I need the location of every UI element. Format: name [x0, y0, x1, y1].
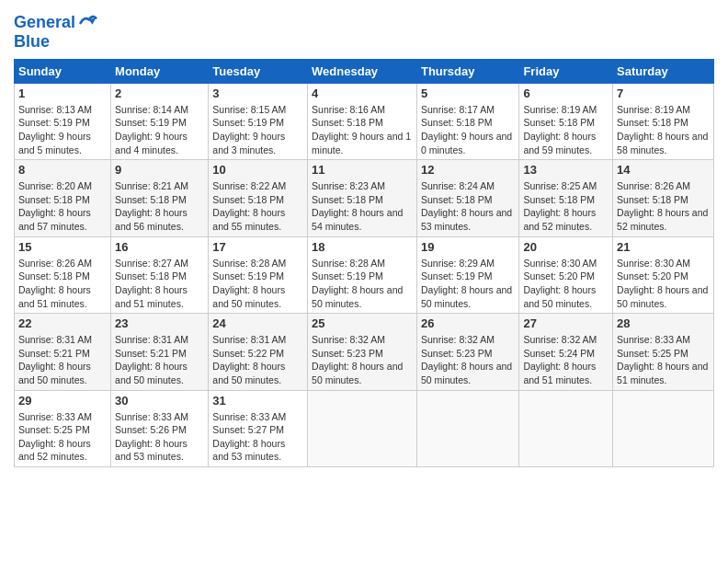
day-daylight: Daylight: 8 hours and 52 minutes.: [617, 207, 708, 232]
calendar-body: 1Sunrise: 8:13 AMSunset: 5:19 PMDaylight…: [15, 83, 714, 466]
day-sunset: Sunset: 5:19 PM: [421, 270, 493, 282]
calendar-cell: 3Sunrise: 8:15 AMSunset: 5:19 PMDaylight…: [209, 83, 308, 159]
day-sunrise: Sunrise: 8:15 AM: [212, 104, 286, 115]
day-daylight: Daylight: 8 hours and 56 minutes.: [115, 207, 188, 232]
day-number: 22: [18, 316, 107, 332]
calendar-cell: 26Sunrise: 8:32 AMSunset: 5:23 PMDayligh…: [416, 314, 518, 390]
day-daylight: Daylight: 8 hours and 51 minutes.: [523, 361, 596, 385]
day-number: 29: [18, 394, 107, 409]
day-sunset: Sunset: 5:19 PM: [212, 117, 284, 128]
calendar-week-row: 22Sunrise: 8:31 AMSunset: 5:21 PMDayligh…: [15, 314, 714, 390]
day-daylight: Daylight: 8 hours and 58 minutes.: [617, 131, 708, 155]
day-sunset: Sunset: 5:18 PM: [18, 194, 90, 205]
calendar-cell: 18Sunrise: 8:28 AMSunset: 5:19 PMDayligh…: [308, 236, 417, 313]
day-sunset: Sunset: 5:19 PM: [312, 270, 383, 282]
day-sunset: Sunset: 5:18 PM: [617, 194, 688, 205]
day-number: 14: [617, 163, 710, 178]
calendar-header-row: SundayMondayTuesdayWednesdayThursdayFrid…: [15, 59, 714, 83]
day-daylight: Daylight: 8 hours and 54 minutes.: [312, 207, 403, 232]
calendar-cell: 22Sunrise: 8:31 AMSunset: 5:21 PMDayligh…: [15, 314, 111, 390]
day-daylight: Daylight: 8 hours and 53 minutes.: [421, 207, 512, 232]
day-number: 16: [115, 240, 204, 256]
day-sunrise: Sunrise: 8:33 AM: [115, 411, 188, 422]
day-number: 10: [212, 163, 303, 178]
day-sunrise: Sunrise: 8:30 AM: [617, 258, 690, 269]
day-number: 7: [617, 86, 710, 102]
day-sunset: Sunset: 5:19 PM: [115, 117, 187, 128]
day-sunrise: Sunrise: 8:31 AM: [115, 334, 188, 345]
day-sunset: Sunset: 5:18 PM: [18, 270, 90, 282]
day-sunrise: Sunrise: 8:14 AM: [115, 104, 188, 115]
day-sunset: Sunset: 5:25 PM: [617, 348, 688, 359]
calendar-cell: 11Sunrise: 8:23 AMSunset: 5:18 PMDayligh…: [308, 160, 417, 236]
day-daylight: Daylight: 8 hours and 53 minutes.: [212, 438, 285, 463]
day-number: 23: [115, 316, 204, 332]
day-number: 6: [523, 86, 609, 102]
calendar-week-row: 15Sunrise: 8:26 AMSunset: 5:18 PMDayligh…: [15, 236, 714, 313]
day-number: 31: [212, 394, 303, 409]
weekday-header-wednesday: Wednesday: [308, 59, 417, 83]
day-daylight: Daylight: 8 hours and 50 minutes.: [523, 284, 596, 309]
day-sunset: Sunset: 5:23 PM: [421, 348, 493, 359]
day-sunrise: Sunrise: 8:33 AM: [212, 411, 286, 422]
calendar-cell: 14Sunrise: 8:26 AMSunset: 5:18 PMDayligh…: [613, 160, 714, 236]
calendar-cell: 19Sunrise: 8:29 AMSunset: 5:19 PMDayligh…: [416, 236, 518, 313]
day-number: 9: [115, 163, 204, 178]
calendar-cell: [613, 390, 714, 466]
weekday-header-thursday: Thursday: [416, 59, 518, 83]
day-sunset: Sunset: 5:18 PM: [212, 194, 284, 205]
day-sunset: Sunset: 5:18 PM: [312, 194, 383, 205]
day-sunset: Sunset: 5:18 PM: [523, 117, 595, 128]
calendar-cell: [519, 390, 613, 466]
day-number: 28: [617, 316, 710, 332]
day-sunrise: Sunrise: 8:32 AM: [312, 334, 385, 345]
day-sunset: Sunset: 5:18 PM: [523, 194, 595, 205]
day-sunrise: Sunrise: 8:23 AM: [312, 180, 385, 191]
weekday-header-sunday: Sunday: [15, 59, 111, 83]
calendar-table: SundayMondayTuesdayWednesdayThursdayFrid…: [14, 59, 714, 467]
day-sunset: Sunset: 5:18 PM: [312, 117, 383, 128]
weekday-header-friday: Friday: [519, 59, 613, 83]
day-sunset: Sunset: 5:18 PM: [421, 117, 493, 128]
day-daylight: Daylight: 8 hours and 50 minutes.: [212, 284, 285, 309]
day-number: 20: [523, 240, 609, 256]
day-number: 8: [18, 163, 107, 178]
calendar-week-row: 8Sunrise: 8:20 AMSunset: 5:18 PMDaylight…: [15, 160, 714, 236]
day-number: 13: [523, 163, 609, 178]
day-sunset: Sunset: 5:18 PM: [421, 194, 493, 205]
day-sunrise: Sunrise: 8:28 AM: [312, 258, 385, 269]
day-daylight: Daylight: 8 hours and 50 minutes.: [421, 284, 512, 309]
day-sunset: Sunset: 5:18 PM: [115, 270, 187, 282]
day-daylight: Daylight: 8 hours and 50 minutes.: [212, 361, 285, 385]
day-number: 25: [312, 316, 413, 332]
calendar-week-row: 1Sunrise: 8:13 AMSunset: 5:19 PMDaylight…: [15, 83, 714, 159]
day-daylight: Daylight: 8 hours and 52 minutes.: [523, 207, 596, 232]
day-sunset: Sunset: 5:19 PM: [212, 270, 284, 282]
day-sunrise: Sunrise: 8:32 AM: [523, 334, 597, 345]
day-daylight: Daylight: 9 hours and 1 minute.: [312, 131, 411, 155]
calendar-cell: 30Sunrise: 8:33 AMSunset: 5:26 PMDayligh…: [111, 390, 209, 466]
day-sunset: Sunset: 5:25 PM: [18, 424, 90, 435]
calendar-cell: 8Sunrise: 8:20 AMSunset: 5:18 PMDaylight…: [15, 160, 111, 236]
logo-text: General: [14, 14, 75, 32]
day-number: 24: [212, 316, 303, 332]
day-daylight: Daylight: 8 hours and 50 minutes.: [421, 361, 512, 385]
weekday-header-tuesday: Tuesday: [209, 59, 308, 83]
day-sunset: Sunset: 5:23 PM: [312, 348, 383, 359]
page-container: General Blue SundayMondayTuesdayWednesda…: [0, 0, 728, 477]
calendar-cell: 21Sunrise: 8:30 AMSunset: 5:20 PMDayligh…: [613, 236, 714, 313]
calendar-cell: 29Sunrise: 8:33 AMSunset: 5:25 PMDayligh…: [15, 390, 111, 466]
day-number: 21: [617, 240, 710, 256]
calendar-cell: [308, 390, 417, 466]
calendar-cell: 25Sunrise: 8:32 AMSunset: 5:23 PMDayligh…: [308, 314, 417, 390]
day-sunrise: Sunrise: 8:17 AM: [421, 104, 495, 115]
day-sunrise: Sunrise: 8:19 AM: [617, 104, 690, 115]
day-number: 30: [115, 394, 204, 409]
day-sunset: Sunset: 5:26 PM: [115, 424, 187, 435]
logo: General Blue: [14, 13, 97, 52]
day-daylight: Daylight: 8 hours and 50 minutes.: [312, 361, 403, 385]
day-sunset: Sunset: 5:19 PM: [18, 117, 90, 128]
day-sunset: Sunset: 5:21 PM: [18, 348, 90, 359]
day-sunset: Sunset: 5:27 PM: [212, 424, 284, 435]
day-daylight: Daylight: 8 hours and 51 minutes.: [115, 284, 188, 309]
